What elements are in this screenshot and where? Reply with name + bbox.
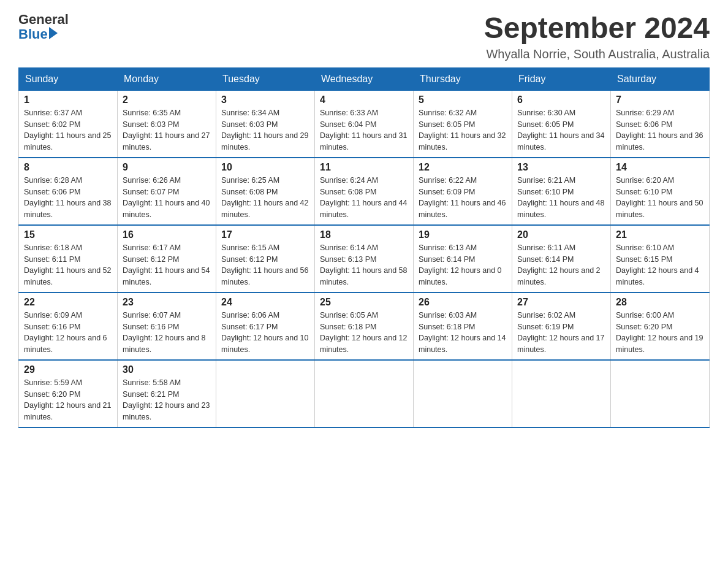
sunrise-label: Sunrise: 6:34 AM	[221, 109, 279, 117]
day-info: Sunrise: 6:29 AM Sunset: 6:06 PM Dayligh…	[616, 107, 704, 153]
calendar-week-row: 29 Sunrise: 5:59 AM Sunset: 6:20 PM Dayl…	[19, 360, 710, 427]
table-row: 3 Sunrise: 6:34 AM Sunset: 6:03 PM Dayli…	[216, 90, 315, 158]
sunrise-label: Sunrise: 6:37 AM	[24, 109, 82, 117]
day-info: Sunrise: 5:58 AM Sunset: 6:21 PM Dayligh…	[123, 377, 211, 423]
day-info: Sunrise: 6:02 AM Sunset: 6:19 PM Dayligh…	[517, 310, 605, 356]
sunrise-label: Sunrise: 6:14 AM	[320, 243, 378, 252]
table-row: 26 Sunrise: 6:03 AM Sunset: 6:18 PM Dayl…	[414, 293, 512, 360]
daylight-label: Daylight: 11 hours and 54 minutes.	[123, 266, 210, 286]
day-number: 22	[24, 297, 112, 308]
table-row: 10 Sunrise: 6:25 AM Sunset: 6:08 PM Dayl…	[216, 158, 315, 225]
sunset-label: Sunset: 6:10 PM	[517, 188, 574, 196]
daylight-label: Daylight: 12 hours and 10 minutes.	[221, 334, 308, 354]
day-number: 21	[616, 229, 704, 240]
sunrise-label: Sunrise: 6:32 AM	[419, 109, 477, 117]
logo-blue-text: Blue	[18, 27, 48, 42]
day-info: Sunrise: 6:11 AM Sunset: 6:14 PM Dayligh…	[517, 242, 605, 288]
sunrise-label: Sunrise: 6:03 AM	[419, 311, 477, 320]
sunset-label: Sunset: 6:14 PM	[517, 255, 574, 264]
sunset-label: Sunset: 6:11 PM	[24, 255, 80, 264]
table-row	[512, 360, 611, 427]
daylight-label: Daylight: 11 hours and 25 minutes.	[24, 131, 111, 151]
table-row: 20 Sunrise: 6:11 AM Sunset: 6:14 PM Dayl…	[512, 225, 611, 293]
daylight-label: Daylight: 12 hours and 19 minutes.	[616, 334, 703, 354]
sunset-label: Sunset: 6:19 PM	[517, 323, 574, 331]
sunset-label: Sunset: 6:18 PM	[320, 323, 376, 331]
sunset-label: Sunset: 6:16 PM	[123, 323, 179, 331]
table-row: 12 Sunrise: 6:22 AM Sunset: 6:09 PM Dayl…	[414, 158, 512, 225]
day-number: 16	[123, 229, 211, 240]
sunrise-label: Sunrise: 6:35 AM	[123, 109, 181, 117]
sunrise-label: Sunrise: 6:26 AM	[123, 176, 181, 185]
sunrise-label: Sunrise: 6:29 AM	[616, 109, 674, 117]
daylight-label: Daylight: 11 hours and 52 minutes.	[24, 266, 111, 286]
calendar-week-row: 15 Sunrise: 6:18 AM Sunset: 6:11 PM Dayl…	[19, 225, 710, 293]
day-info: Sunrise: 6:14 AM Sunset: 6:13 PM Dayligh…	[320, 242, 408, 288]
sunrise-label: Sunrise: 6:25 AM	[221, 176, 279, 185]
day-number: 1	[24, 94, 112, 105]
table-row: 23 Sunrise: 6:07 AM Sunset: 6:16 PM Dayl…	[118, 293, 216, 360]
calendar-week-row: 8 Sunrise: 6:28 AM Sunset: 6:06 PM Dayli…	[19, 158, 710, 225]
daylight-label: Daylight: 11 hours and 29 minutes.	[221, 131, 308, 151]
sunset-label: Sunset: 6:18 PM	[419, 323, 475, 331]
calendar-week-row: 22 Sunrise: 6:09 AM Sunset: 6:16 PM Dayl…	[19, 293, 710, 360]
day-number: 14	[616, 162, 704, 173]
logo-triangle-icon	[49, 27, 58, 39]
day-info: Sunrise: 6:22 AM Sunset: 6:09 PM Dayligh…	[419, 175, 507, 221]
table-row: 24 Sunrise: 6:06 AM Sunset: 6:17 PM Dayl…	[216, 293, 315, 360]
daylight-label: Daylight: 11 hours and 50 minutes.	[616, 199, 703, 219]
title-area: September 2024 Whyalla Norrie, South Aus…	[484, 12, 710, 61]
daylight-label: Daylight: 12 hours and 6 minutes.	[24, 334, 107, 354]
table-row: 21 Sunrise: 6:10 AM Sunset: 6:15 PM Dayl…	[611, 225, 710, 293]
sunrise-label: Sunrise: 6:18 AM	[24, 243, 82, 252]
day-info: Sunrise: 6:18 AM Sunset: 6:11 PM Dayligh…	[24, 242, 112, 288]
day-number: 18	[320, 229, 408, 240]
table-row: 5 Sunrise: 6:32 AM Sunset: 6:05 PM Dayli…	[414, 90, 512, 158]
month-title: September 2024	[484, 12, 710, 45]
sunset-label: Sunset: 6:04 PM	[320, 120, 376, 129]
day-number: 10	[221, 162, 309, 173]
table-row: 14 Sunrise: 6:20 AM Sunset: 6:10 PM Dayl…	[611, 158, 710, 225]
sunrise-label: Sunrise: 6:21 AM	[517, 176, 575, 185]
table-row: 1 Sunrise: 6:37 AM Sunset: 6:02 PM Dayli…	[19, 90, 118, 158]
logo-general-text: General	[18, 12, 69, 27]
day-number: 11	[320, 162, 408, 173]
table-row: 25 Sunrise: 6:05 AM Sunset: 6:18 PM Dayl…	[315, 293, 414, 360]
sunset-label: Sunset: 6:12 PM	[123, 255, 179, 264]
table-row: 30 Sunrise: 5:58 AM Sunset: 6:21 PM Dayl…	[118, 360, 216, 427]
table-row: 16 Sunrise: 6:17 AM Sunset: 6:12 PM Dayl…	[118, 225, 216, 293]
sunset-label: Sunset: 6:20 PM	[24, 390, 80, 399]
day-number: 28	[616, 297, 704, 308]
day-number: 3	[221, 94, 309, 105]
daylight-label: Daylight: 12 hours and 4 minutes.	[616, 266, 699, 286]
day-info: Sunrise: 6:03 AM Sunset: 6:18 PM Dayligh…	[419, 310, 507, 356]
sunset-label: Sunset: 6:08 PM	[320, 188, 376, 196]
sunset-label: Sunset: 6:05 PM	[419, 120, 475, 129]
day-number: 8	[24, 162, 112, 173]
daylight-label: Daylight: 12 hours and 8 minutes.	[123, 334, 206, 354]
sunset-label: Sunset: 6:05 PM	[517, 120, 574, 129]
daylight-label: Daylight: 11 hours and 38 minutes.	[24, 199, 111, 219]
daylight-label: Daylight: 11 hours and 27 minutes.	[123, 131, 210, 151]
day-number: 17	[221, 229, 309, 240]
daylight-label: Daylight: 11 hours and 44 minutes.	[320, 199, 407, 219]
sunrise-label: Sunrise: 6:09 AM	[24, 311, 82, 320]
day-info: Sunrise: 6:30 AM Sunset: 6:05 PM Dayligh…	[517, 107, 605, 153]
daylight-label: Daylight: 11 hours and 58 minutes.	[320, 266, 407, 286]
sunset-label: Sunset: 6:15 PM	[616, 255, 672, 264]
sunset-label: Sunset: 6:14 PM	[419, 255, 475, 264]
table-row: 9 Sunrise: 6:26 AM Sunset: 6:07 PM Dayli…	[118, 158, 216, 225]
table-row: 29 Sunrise: 5:59 AM Sunset: 6:20 PM Dayl…	[19, 360, 118, 427]
calendar-table: Sunday Monday Tuesday Wednesday Thursday…	[18, 67, 710, 428]
sunrise-label: Sunrise: 6:30 AM	[517, 109, 575, 117]
day-info: Sunrise: 6:33 AM Sunset: 6:04 PM Dayligh…	[320, 107, 408, 153]
day-number: 2	[123, 94, 211, 105]
daylight-label: Daylight: 11 hours and 42 minutes.	[221, 199, 308, 219]
day-number: 7	[616, 94, 704, 105]
sunset-label: Sunset: 6:06 PM	[616, 120, 672, 129]
daylight-label: Daylight: 12 hours and 12 minutes.	[320, 334, 407, 354]
calendar-header-row: Sunday Monday Tuesday Wednesday Thursday…	[19, 68, 710, 90]
table-row: 15 Sunrise: 6:18 AM Sunset: 6:11 PM Dayl…	[19, 225, 118, 293]
sunrise-label: Sunrise: 6:22 AM	[419, 176, 477, 185]
sunrise-label: Sunrise: 6:24 AM	[320, 176, 378, 185]
